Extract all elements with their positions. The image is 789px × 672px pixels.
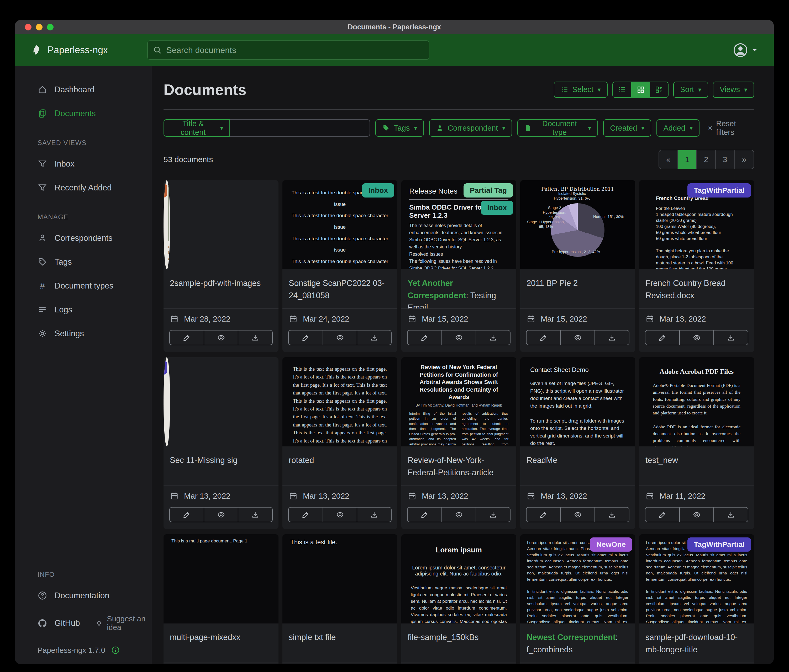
tag-badge[interactable]: Inbox [481, 201, 513, 215]
view-button[interactable] [680, 508, 714, 522]
download-button[interactable] [595, 508, 629, 522]
document-thumbnail[interactable]: Review of New York Federal Petitions for… [401, 357, 516, 446]
view-button[interactable] [442, 331, 476, 345]
tag-badge[interactable]: Inbox [362, 183, 394, 197]
correspondent-link[interactable]: Newest Correspondent [527, 633, 615, 642]
edit-button[interactable] [645, 508, 680, 522]
correspondent-filter-button[interactable]: Correspondent [429, 119, 512, 137]
download-button[interactable] [476, 508, 510, 522]
download-button[interactable] [476, 331, 510, 345]
edit-button[interactable] [407, 508, 442, 522]
view-button[interactable] [442, 508, 476, 522]
edit-button[interactable] [170, 331, 204, 345]
sidebar-item-recently-added[interactable]: Recently Added [15, 176, 152, 200]
search-bar[interactable] [147, 40, 430, 60]
select-button[interactable]: Select [554, 81, 608, 98]
document-title[interactable]: ReadMe [520, 446, 635, 486]
sidebar-item-logs[interactable]: Logs [15, 298, 152, 322]
download-button[interactable] [357, 331, 391, 345]
document-card[interactable]: Lorem ipsum dolor sit amet, consectetur … [520, 534, 635, 664]
pagination-prev-button[interactable]: « [659, 150, 678, 169]
document-thumbnail[interactable]: Patient BP Distribution 2011 Normal, 151… [520, 180, 635, 269]
view-button[interactable] [323, 331, 358, 345]
view-button[interactable] [204, 331, 239, 345]
sidebar-item-document-types[interactable]: # Document types [15, 274, 152, 298]
title-content-dropdown[interactable]: Title & content [163, 119, 230, 137]
pagination-page-3[interactable]: 3 [716, 150, 735, 169]
minimize-window-button[interactable] [36, 24, 43, 30]
download-button[interactable] [714, 331, 748, 345]
tags-filter-button[interactable]: Tags [375, 119, 424, 137]
document-title[interactable]: Yet Another Correspondent: Testing Email [401, 269, 516, 309]
view-list-button[interactable] [613, 82, 631, 97]
view-button[interactable] [323, 508, 358, 522]
created-filter-button[interactable]: Created [603, 119, 651, 137]
document-thumbnail[interactable]: This is a multi page document. Page 1. [163, 534, 278, 623]
brand[interactable]: Paperless-ngx [30, 44, 108, 56]
view-button[interactable] [680, 331, 714, 345]
reset-filters-button[interactable]: × Reset filters [708, 119, 754, 137]
document-title[interactable]: French Country Bread Revised.docx [639, 269, 754, 309]
edit-button[interactable] [645, 331, 680, 345]
document-title[interactable]: test_new [639, 446, 754, 486]
document-card[interactable]: This is the text that appears on the fir… [283, 357, 398, 529]
tag-badge[interactable]: NewOne [590, 537, 632, 552]
view-button[interactable] [561, 508, 595, 522]
document-title[interactable]: simple txt file [283, 623, 398, 663]
document-thumbnail[interactable]: Release Notes Simba ODBC Driver for SQL … [401, 180, 516, 269]
edit-button[interactable] [407, 331, 442, 345]
document-title[interactable]: Sonstige ScanPC2022 03-24_081058 [283, 269, 398, 309]
pagination-page-1[interactable]: 1 [678, 150, 697, 169]
zoom-window-button[interactable] [47, 24, 54, 30]
pagination-page-2[interactable]: 2 [697, 150, 716, 169]
document-type-filter-button[interactable]: Document type [517, 119, 598, 137]
correspondent-link[interactable]: Yet Another Correspondent [407, 279, 466, 300]
title-content-input[interactable] [230, 119, 370, 137]
tag-badge[interactable]: TagWithPartial [687, 183, 751, 197]
document-thumbnail[interactable]: Boundary Waters Trip Google Earth Curabi… [163, 180, 170, 269]
pagination-next-button[interactable]: » [735, 150, 754, 169]
document-card[interactable]: French Country Bread For the Leaven 1 he… [639, 180, 754, 352]
document-title[interactable]: 2sample-pdf-with-images [163, 269, 278, 309]
document-card[interactable]: 11. CONTINUING MEDICAL EDUCATION Have yo… [163, 357, 278, 529]
search-input[interactable] [166, 45, 424, 55]
document-title[interactable]: 2011 BP Pie 2 [520, 269, 635, 309]
document-card[interactable]: Boundary Waters Trip Google Earth Curabi… [163, 180, 278, 352]
document-title[interactable]: multi-page-mixedxx [163, 623, 278, 663]
document-thumbnail[interactable]: Lorem ipsum Lorem ipsum dolor sit amet, … [401, 534, 516, 623]
sidebar-item-settings[interactable]: Settings [15, 322, 152, 346]
document-thumbnail[interactable]: This is a test file. [283, 534, 398, 623]
document-card[interactable]: This is a multi page document. Page 1. m… [163, 534, 278, 664]
document-card[interactable]: This is a test for the double space char… [283, 180, 398, 352]
document-card[interactable]: Release Notes Simba ODBC Driver for SQL … [401, 180, 516, 352]
view-detail-button[interactable] [650, 82, 668, 97]
document-thumbnail[interactable]: 11. CONTINUING MEDICAL EDUCATION Have yo… [163, 357, 170, 446]
sidebar-item-inbox[interactable]: Inbox [15, 152, 152, 176]
download-button[interactable] [357, 508, 391, 522]
document-title[interactable]: file-sample_150kBs [401, 623, 516, 663]
tag-badge[interactable]: Another Sample Tag [163, 183, 167, 197]
document-card[interactable]: Review of New York Federal Petitions for… [401, 357, 516, 529]
document-card[interactable]: Adobe Acrobat PDF Files Adobe® Portable … [639, 357, 754, 529]
document-card[interactable]: Lorem ipsum dolor sit amet, consectetur … [639, 534, 754, 664]
document-title[interactable]: Newest Correspondent: f_combineds [520, 623, 635, 663]
document-thumbnail[interactable]: French Country Bread For the Leaven 1 he… [639, 180, 754, 269]
views-button[interactable]: Views [713, 81, 754, 98]
tag-badge[interactable]: TagWithPartial [163, 360, 167, 374]
document-card[interactable]: Lorem ipsum Lorem ipsum dolor sit amet, … [401, 534, 516, 664]
sidebar-item-documentation[interactable]: Documentation [15, 584, 152, 607]
document-title[interactable]: sample-pdf-download-10-mb-longer-title [639, 623, 754, 663]
close-window-button[interactable] [25, 24, 32, 30]
edit-button[interactable] [527, 331, 561, 345]
sidebar-item-correspondents[interactable]: Correspondents [15, 226, 152, 250]
edit-button[interactable] [527, 508, 561, 522]
view-grid-button[interactable] [631, 82, 650, 97]
document-thumbnail[interactable]: Lorem ipsum dolor sit amet, consectetur … [639, 534, 754, 623]
added-filter-button[interactable]: Added [656, 119, 700, 137]
sidebar-item-tags[interactable]: Tags [15, 250, 152, 274]
user-menu[interactable] [733, 43, 759, 58]
download-button[interactable] [238, 331, 272, 345]
view-button[interactable] [561, 331, 595, 345]
tag-badge[interactable]: Partial Tag [463, 183, 513, 197]
suggest-an-idea-link[interactable]: Suggest an idea [96, 607, 152, 639]
